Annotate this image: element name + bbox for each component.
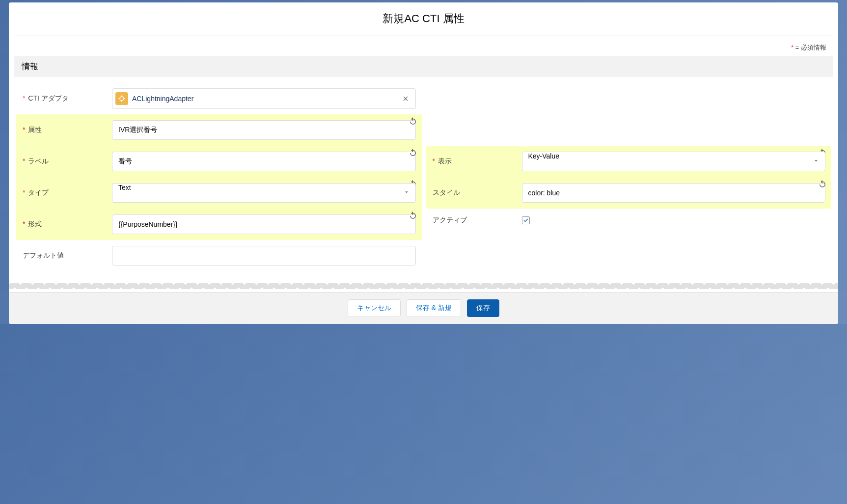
form-column-left: * CTI アダプタ ACLightningAdapter	[14, 83, 424, 271]
section-header-info: 情報	[14, 56, 833, 77]
field-row-active: アクティブ	[426, 209, 832, 232]
svg-rect-4	[124, 98, 125, 99]
attribute-input[interactable]	[112, 120, 416, 140]
svg-rect-1	[121, 95, 122, 97]
field-label-format: * 形式	[19, 220, 112, 229]
field-row-type: * タイプ Text	[16, 177, 422, 209]
cti-adapter-value: ACLightningAdapter	[132, 95, 400, 103]
display-select[interactable]: Key-Value	[522, 152, 826, 171]
spacer	[426, 83, 832, 146]
field-row-display: * 表示 Key-Value	[426, 146, 832, 177]
modal-title: 新規AC CTI 属性	[14, 11, 833, 26]
required-asterisk: *	[791, 44, 793, 51]
save-and-new-button[interactable]: 保存 & 新規	[407, 299, 461, 317]
field-label-cti-adapter: * CTI アダプタ	[19, 94, 112, 103]
undo-icon[interactable]	[408, 211, 418, 220]
form-column-right: * 表示 Key-Value	[424, 83, 834, 271]
required-asterisk: *	[23, 126, 25, 133]
custom-object-icon	[115, 92, 128, 105]
required-asterisk: *	[23, 188, 25, 196]
field-label-label: * ラベル	[19, 157, 112, 166]
type-select[interactable]: Text	[112, 183, 416, 203]
field-label-display: * 表示	[429, 157, 522, 166]
format-input[interactable]	[112, 214, 416, 234]
undo-icon[interactable]	[408, 148, 418, 158]
default-value-input[interactable]	[112, 246, 416, 265]
field-row-cti-adapter: * CTI アダプタ ACLightningAdapter	[16, 83, 422, 114]
undo-icon[interactable]	[818, 179, 827, 189]
required-asterisk: *	[23, 94, 25, 102]
required-fields-legend: * = 必須情報	[9, 39, 838, 56]
required-asterisk: *	[433, 157, 435, 165]
field-row-label: * ラベル	[16, 146, 422, 177]
svg-rect-2	[121, 101, 122, 102]
label-input[interactable]	[112, 152, 416, 171]
svg-rect-3	[118, 98, 120, 99]
clear-lookup-button[interactable]	[400, 93, 411, 105]
field-row-default-value: デフォルト値	[16, 240, 422, 271]
field-row-format: * 形式	[16, 209, 422, 240]
undo-icon[interactable]	[408, 116, 418, 126]
field-label-style: スタイル	[429, 188, 522, 197]
cancel-button[interactable]: キャンセル	[348, 299, 401, 317]
content-truncation-divider	[9, 283, 838, 292]
modal-header: 新規AC CTI 属性	[14, 2, 833, 35]
save-button[interactable]: 保存	[467, 299, 499, 317]
field-row-style: スタイル	[426, 177, 832, 209]
svg-point-0	[120, 97, 124, 101]
field-label-type: * タイプ	[19, 188, 112, 197]
modal-footer: キャンセル 保存 & 新規 保存	[9, 292, 838, 324]
field-row-attribute: * 属性	[16, 114, 422, 146]
form-body: * CTI アダプタ ACLightningAdapter	[9, 83, 838, 271]
field-label-active: アクティブ	[429, 216, 522, 225]
required-asterisk: *	[23, 157, 25, 165]
new-record-modal: 新規AC CTI 属性 * = 必須情報 情報 * CTI アダプタ ACL	[9, 2, 838, 324]
style-input[interactable]	[522, 183, 826, 203]
required-asterisk: *	[23, 220, 25, 228]
field-label-default-value: デフォルト値	[19, 251, 112, 260]
cti-adapter-lookup[interactable]: ACLightningAdapter	[112, 88, 416, 109]
active-checkbox[interactable]	[522, 216, 530, 224]
field-label-attribute: * 属性	[19, 126, 112, 134]
